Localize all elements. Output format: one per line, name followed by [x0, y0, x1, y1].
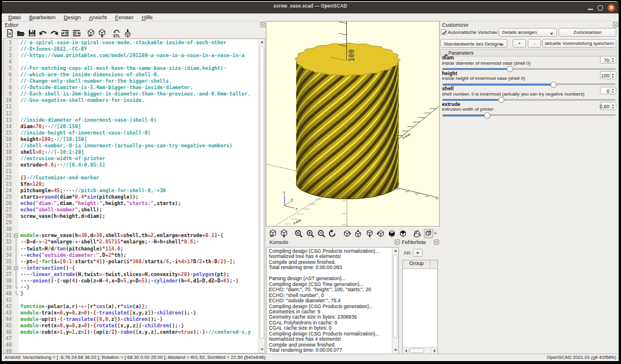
errorlist-group-column[interactable]: Group	[403, 260, 430, 268]
menu-ansicht[interactable]: Ansicht	[85, 14, 111, 20]
menu-hilfe[interactable]: Hilfe	[138, 14, 157, 20]
editor-scrollbar-thumb[interactable]	[259, 46, 264, 339]
customizer-close-icon[interactable]	[613, 22, 618, 27]
code-line[interactable]: 47	[3, 335, 258, 342]
code-line[interactable]: 38····union()·{·up(4)·cub(z=H-4,x=D+5,y=…	[3, 278, 258, 284]
reset-button[interactable]: Zurücksetzen	[559, 28, 616, 37]
spinbox-arrows-icon[interactable]	[610, 87, 615, 94]
view-preview-icon[interactable]: »	[268, 229, 278, 238]
editor-close-icon[interactable]	[260, 22, 265, 27]
code-line[interactable]: 29	[3, 220, 258, 226]
code-line[interactable]: 41	[3, 297, 258, 303]
scroll-right-icon[interactable]	[431, 348, 437, 354]
code-line[interactable]: 42function·polar(a,r)·=·[r*cos(a),r*sin(…	[3, 303, 258, 310]
code-line[interactable]: 15//inside·height·of·innermost·vase·(she…	[3, 130, 258, 136]
parameter-spinbox[interactable]: 70	[600, 56, 616, 64]
auto-preview-checkbox[interactable]	[441, 29, 447, 35]
view-front-icon[interactable]	[387, 229, 397, 238]
perspective-icon[interactable]	[413, 229, 422, 238]
scroll-left-icon[interactable]	[403, 348, 409, 354]
errorlist-scrollbar-thumb[interactable]	[409, 348, 424, 353]
code-line[interactable]: 39··}	[3, 284, 258, 291]
console-close-icon[interactable]	[395, 239, 400, 245]
code-line[interactable]: 46module·cub(x=1,y=1,z=1)·{up(z/2)·cube(…	[3, 329, 258, 335]
code-line[interactable]: 22{}·//Customizer·end·marker	[3, 175, 258, 181]
code-line[interactable]: 2//·DrJones·2022,·CC-BY	[3, 46, 258, 52]
reset-view-icon[interactable]	[328, 229, 337, 238]
code-line[interactable]: 31module·screw_vase(h=30,d=30,shell=shel…	[3, 232, 258, 239]
code-line[interactable]: 43module·tra(x=0,y=0,z=0)·{·translate([x…	[3, 310, 258, 316]
parameter-slider[interactable]	[442, 99, 616, 101]
code-line[interactable]: 48	[3, 342, 258, 348]
scroll-down-icon[interactable]	[259, 347, 265, 353]
view-top-icon[interactable]	[353, 229, 363, 238]
save-preset-button[interactable]: aktuelle Voreinstellung speichern	[542, 39, 616, 48]
scroll-up-icon[interactable]	[392, 248, 398, 254]
scroll-up-icon[interactable]	[259, 39, 265, 45]
code-line[interactable]: 6//·which·are·the·inside·dimensions·of·s…	[3, 72, 258, 78]
code-line[interactable]: 49	[3, 348, 258, 354]
render-cube-icon[interactable]	[97, 29, 107, 38]
menu-bearbeiten[interactable]: Bearbeiten	[25, 14, 59, 20]
code-line[interactable]: 25starts=round(diam*0.4*sin(pitchangle))…	[3, 194, 258, 200]
code-line[interactable]: 19//extrusion·width·of·printer	[3, 156, 258, 162]
add-preset-button[interactable]: +	[513, 39, 526, 48]
errorlist-table-header[interactable]: Group	[403, 260, 437, 269]
code-line[interactable]: 32··D=d·+·2*enlarge·+·shell*2.85715*enla…	[3, 239, 258, 245]
scroll-down-icon[interactable]	[392, 347, 398, 354]
fold-marker[interactable]	[13, 232, 19, 239]
code-line[interactable]: 7//·Change·only·shell·number·for·the·big…	[3, 78, 258, 84]
spinbox-arrows-icon[interactable]	[610, 103, 615, 109]
export-stl-icon[interactable]: STL	[112, 29, 121, 38]
save-file-icon[interactable]	[27, 29, 37, 38]
errorlist-filter-dropdown[interactable]	[413, 249, 423, 257]
spinbox-arrows-icon[interactable]	[610, 56, 615, 63]
parameter-spinbox[interactable]: 0,60	[600, 102, 616, 110]
parameter-spinbox[interactable]: 0	[600, 87, 616, 95]
menu-design[interactable]: Design	[59, 14, 85, 20]
code-line[interactable]: 23$fn=120;	[3, 181, 258, 188]
parameter-slider[interactable]	[442, 68, 616, 70]
errorlist-table[interactable]: Group	[402, 260, 438, 354]
maximize-button[interactable]	[598, 5, 603, 10]
errorlist-close-icon[interactable]	[434, 239, 439, 245]
title-bar[interactable]: screw_vase.scad — OpenSCAD	[2, 2, 619, 13]
redo-icon[interactable]	[50, 29, 59, 38]
slider-handle[interactable]	[484, 112, 490, 119]
menu-datei[interactable]: Datei	[4, 14, 25, 20]
code-line[interactable]: 27echo("shell·number",shell);	[3, 207, 258, 213]
code-line[interactable]: 3//·https://www.printables.com/model/291…	[3, 52, 258, 59]
code-line[interactable]: 1//·a·spiral·vase·in·spiral·vase·mode,·s…	[3, 40, 258, 46]
zoom-all-icon[interactable]	[294, 229, 303, 238]
code-line[interactable]: 20extrude=0.6;··//[0.4:0.05:1]	[3, 162, 258, 168]
code-line[interactable]: 37····linear_extrude(H,twist=-twist,slic…	[3, 271, 258, 278]
remove-preset-button[interactable]: -	[528, 39, 541, 48]
view-render-icon[interactable]	[279, 229, 289, 238]
code-line[interactable]: 44module·up(z)·{·translate([0,0,z])·chil…	[3, 316, 258, 323]
spinbox-arrows-icon[interactable]	[610, 72, 615, 79]
open-file-icon[interactable]	[16, 29, 26, 38]
code-line[interactable]: 35··pt=[·for(i=[0:1:starts*4])·polar(i*3…	[3, 259, 258, 265]
code-line[interactable]: 17//shell·number,·0·is·innermost·(actual…	[3, 143, 258, 149]
console-panel[interactable]: Compiling design (CSG Products normaliza…	[266, 247, 399, 354]
code-line[interactable]: 30	[3, 226, 258, 232]
code-line[interactable]: 4	[3, 59, 258, 65]
parameter-spinbox[interactable]: 100	[600, 71, 616, 79]
menu-fenster[interactable]: Fenster	[111, 14, 138, 20]
code-line[interactable]: 45module·rot(x=0,y=0,z=0)·{rotate([x,y,z…	[3, 323, 258, 329]
code-line[interactable]: 36··intersection()·{	[3, 265, 258, 271]
zoom-out-icon[interactable]	[317, 229, 326, 238]
orthographic-icon[interactable]	[424, 229, 433, 238]
fold-marker[interactable]	[13, 265, 19, 271]
print-model-icon[interactable]	[123, 29, 132, 38]
code-line[interactable]: 11	[3, 104, 258, 110]
code-line[interactable]: 34··echo("outside·diameter:",D+2*th);	[3, 252, 258, 259]
code-line[interactable]: 13//inside·diameter·of·innermost·vase·(s…	[3, 117, 258, 123]
console-vertical-scrollbar[interactable]	[392, 248, 398, 354]
code-line[interactable]: 26echo("diam:",diam,"height:",height,"st…	[3, 200, 258, 207]
code-editor[interactable]: 1//·a·spiral·vase·in·spiral·vase·mode,·s…	[3, 38, 265, 354]
3d-viewport[interactable]: 100100100zyx	[266, 21, 440, 227]
code-line[interactable]: 14diam=70;··//[20:150]	[3, 123, 258, 130]
errorlist-horizontal-scrollbar[interactable]	[403, 347, 437, 354]
code-line[interactable]: 8//·Outside·diamiter·is·5.4mm·bigger·tha…	[3, 84, 258, 91]
